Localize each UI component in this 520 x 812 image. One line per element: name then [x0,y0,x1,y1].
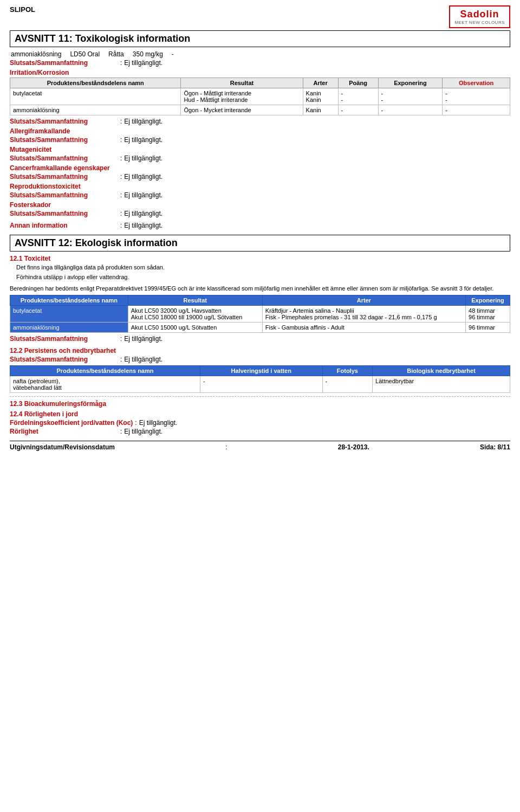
table-row: nafta (petroleum),vätebehandlad lätt - -… [10,376,510,393]
col-header-poang: Poäng [338,78,378,88]
beredning-text: Beredningen har bedömts enligt Preparatd… [10,285,510,293]
cancer-slutsats-row: Slutsats/Sammanfattning : Ej tillgänglig… [10,173,510,181]
row2-exponering: - [378,105,443,115]
slutsats2-value: Ej tillgängligt. [124,118,162,125]
cancer-slutsats-label: Slutsats/Sammanfattning [10,173,118,181]
eco-table: Produktens/beståndsdelens namn Resultat … [10,295,510,333]
fordelnings-row: Fördelningskoefficient jord/vatten (Koc)… [10,419,510,427]
slutsats1-label: Slutsats/Sammanfattning [10,59,118,67]
eco-col1: Produktens/beståndsdelens namn [10,295,128,306]
eco-col3: Arter [262,295,465,306]
table-row: butylacetat Ögon - Måttligt irriterandeH… [10,88,510,105]
mutagen-slutsats-value: Ej tillgängligt. [124,154,162,162]
col-header-arter: Arter [303,78,338,88]
row1-exponering: -- [378,88,443,105]
bio-table: Produktens/beståndsdelens namn Halvering… [10,365,510,393]
row2-arter: Kanin [303,105,338,115]
table-row: ammoniaklösning Akut LC50 15000 ug/L Söt… [10,323,510,333]
annan-label: Annan information [10,222,118,229]
sub122-label: 12.2 Persistens och nedbrytbarhet [10,347,510,355]
footer-page: Sida: 8/11 [480,443,510,451]
eco-row2-arter: Fisk - Gambusia affinis - Adult [262,323,465,333]
header: SLIPOL Sadolin MEET NEW COLOURS [10,5,510,28]
rorlighet-label: Rörlighet [10,428,118,435]
col-header-observation: Observation [443,78,510,88]
footer-label: Utgivningsdatum/Revisionsdatum [10,443,115,451]
bio-row1-halv: - [200,376,322,393]
eco-row2-exponering: 96 timmar [466,323,510,333]
sub123-label: 12.3 Bioackumuleringsförmåga [10,400,510,408]
slutsats-eco-colon: : [120,335,122,343]
col-header-resultat: Resultat [181,78,303,88]
sub121-text2: Förhindra utsläpp i avlopp eller vattend… [10,273,510,281]
eco-row2-resultat: Akut LC50 15000 ug/L Sötvatten [128,323,262,333]
section11-title: AVSNITT 11: Toxikologisk information [10,30,510,47]
table-row: butylacetat Akut LC50 32000 ug/L Havsvat… [10,306,510,323]
eco-col2: Resultat [128,295,262,306]
intro-substance: ammoniaklösning [11,50,61,58]
mutagen-slutsats-colon: : [120,154,122,162]
allergi-label: Allergiframkallande [10,127,510,135]
row2-observation: - [443,105,510,115]
footer: Utgivningsdatum/Revisionsdatum : 28-1-20… [10,441,510,451]
logo-box: Sadolin MEET NEW COLOURS [449,5,510,28]
fordelnings-colon: : [135,419,136,427]
slutsats1-row: Slutsats/Sammanfattning : Ej tillgänglig… [10,59,510,67]
repro-slutsats-label: Slutsats/Sammanfattning [10,191,118,199]
table-row: ammoniaklösning Ögon - Mycket irriterand… [10,105,510,115]
row2-poang: - [338,105,378,115]
slutsats2-row: Slutsats/Sammanfattning : Ej tillgänglig… [10,118,510,125]
row1-name: butylacetat [10,88,181,105]
rorlighet-value: Ej tillgängligt. [124,428,162,435]
foster-slutsats-colon: : [120,210,122,217]
intro-row: ammoniaklösning LD50 Oral Råtta 350 mg/k… [10,50,510,58]
slutsats-eco-label: Slutsats/Sammanfattning [10,335,118,343]
row1-poang: -- [338,88,378,105]
row2-resultat: Ögon - Mycket irriterande [181,105,303,115]
logo-sadolin: Sadolin [454,9,505,20]
page: SLIPOL Sadolin MEET NEW COLOURS AVSNITT … [0,0,520,456]
sub122-slutsats-colon: : [120,356,122,363]
repro-label: Reproduktionstoxicitet [10,183,510,190]
bio-row1-name: nafta (petroleum),vätebehandlad lätt [10,376,200,393]
row1-observation: -- [443,88,510,105]
intro-dose: 350 mg/kg [133,50,163,58]
allergi-slutsats-value: Ej tillgängligt. [124,136,162,144]
slutsats2-label: Slutsats/Sammanfattning [10,118,118,125]
irritation-table: Produktens/beståndsdelens namn Resultat … [10,78,510,115]
col-header-exponering: Exponering [378,78,443,88]
allergi-slutsats-row: Slutsats/Sammanfattning : Ej tillgänglig… [10,136,510,144]
foster-slutsats-value: Ej tillgängligt. [124,210,162,217]
sub121-text1: Det finns inga tillgängliga data på prod… [10,263,510,272]
row2-name: ammoniaklösning [10,105,181,115]
intro-species: Råtta [108,50,124,58]
foster-slutsats-label: Slutsats/Sammanfattning [10,210,118,217]
slutsats-eco-value: Ej tillgängligt. [124,335,162,343]
mutagen-slutsats-label: Slutsats/Sammanfattning [10,154,118,162]
rorlighet-colon: : [120,428,122,435]
footer-colon: : [225,443,227,451]
bio-row1-foto: - [322,376,373,393]
irritation-label: Irritation/Korrosion [10,69,510,76]
fordelnings-label: Fördelningskoefficient jord/vatten (Koc) [10,419,133,427]
section12-title: AVSNITT 12: Ekologisk information [10,235,510,252]
slutsats-eco-row: Slutsats/Sammanfattning : Ej tillgänglig… [10,335,510,343]
logo-sub: MEET NEW COLOURS [454,20,505,25]
eco-row1-arter: Kräftdjur - Artemia salina - NaupliiFisk… [262,306,465,323]
annan-row: Annan information : Ej tillgängligt. [10,222,510,229]
mutagen-label: Mutagenicitet [10,146,510,153]
bio-col2: Halveringstid i vatten [200,366,322,376]
bio-col1: Produktens/beståndsdelens namn [10,366,200,376]
cancer-slutsats-value: Ej tillgängligt. [124,173,162,181]
eco-row1-exponering: 48 timmar96 timmar [466,306,510,323]
sub122-slutsats-label: Slutsats/Sammanfattning [10,356,118,363]
sub122-slutsats-value: Ej tillgängligt. [124,356,162,363]
slutsats1-value: Ej tillgängligt. [124,59,162,67]
repro-slutsats-colon: : [120,191,122,199]
eco-row2-name: ammoniaklösning [10,323,128,333]
repro-slutsats-value: Ej tillgängligt. [124,191,162,199]
cancer-slutsats-colon: : [120,173,122,181]
allergi-slutsats-label: Slutsats/Sammanfattning [10,136,118,144]
sub124-label: 12.4 Rörligheten i jord [10,410,510,418]
fordelnings-value: Ej tillgängligt. [139,419,178,427]
